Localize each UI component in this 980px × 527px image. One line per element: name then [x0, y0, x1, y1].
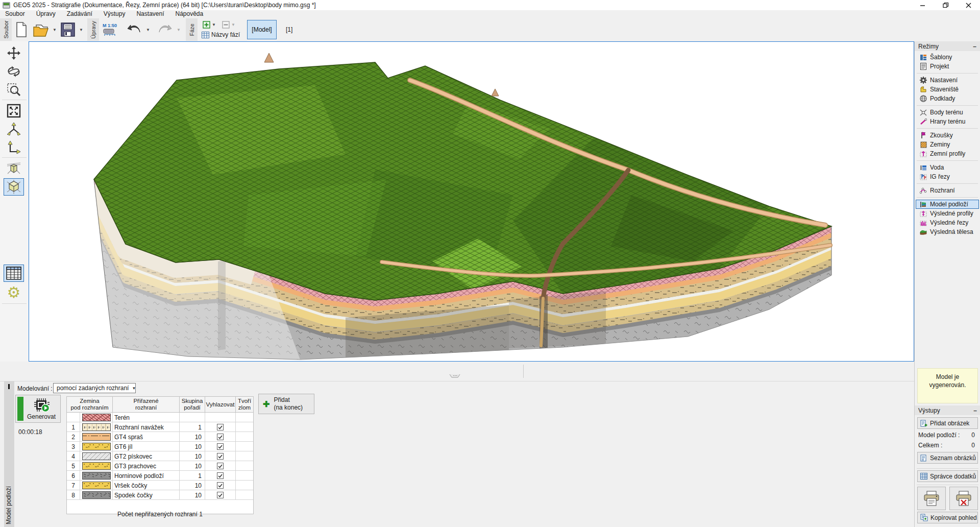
- table-row[interactable]: Terén: [67, 413, 253, 422]
- mode-zkousky[interactable]: Zkoušky: [916, 131, 979, 140]
- phase-1-button[interactable]: [1]: [286, 26, 292, 33]
- modelovani-select[interactable]: pomocí zadaných rozhraní ▼: [53, 383, 136, 393]
- minimize-button[interactable]: [911, 0, 934, 10]
- smooth-checkbox[interactable]: [217, 463, 224, 469]
- undo-button[interactable]: [124, 18, 145, 41]
- mode-zeminy[interactable]: Zeminy: [916, 140, 979, 149]
- row-number: 1: [67, 422, 80, 432]
- pan-button[interactable]: [4, 44, 24, 62]
- restore-button[interactable]: [934, 0, 957, 10]
- file-group-tab[interactable]: Soubor: [0, 18, 12, 41]
- menu-zadavani[interactable]: Zadávání: [61, 10, 98, 18]
- perspective-view-button[interactable]: [4, 160, 24, 177]
- fault-cell: [236, 422, 253, 432]
- mode-model-podlozi[interactable]: Model podloží: [916, 200, 979, 209]
- smooth-checkbox[interactable]: [217, 443, 224, 450]
- table-row[interactable]: 6Horninové podloží1: [67, 471, 253, 481]
- add-row-button[interactable]: ✚ Přidat (na konec): [258, 394, 314, 414]
- mode-nastaveni[interactable]: Nastavení: [916, 76, 979, 85]
- table-row[interactable]: 3GT6 jíl10: [67, 442, 253, 451]
- smooth-checkbox[interactable]: [217, 453, 224, 460]
- add-phase-dropdown[interactable]: ▼: [211, 22, 217, 27]
- edit-group-tab[interactable]: Úpravy: [87, 18, 99, 41]
- collapse-handle-icon[interactable]: [449, 374, 460, 378]
- mode-sablony[interactable]: Šablony: [916, 53, 979, 62]
- frame-grip[interactable]: [8, 384, 10, 389]
- mode-zemni-profily[interactable]: Zemní profily: [916, 149, 979, 158]
- addons-manager-button[interactable]: Správce dodatků: [917, 470, 978, 482]
- close-button[interactable]: [957, 0, 980, 10]
- menu-vystupy[interactable]: Výstupy: [98, 10, 131, 18]
- smooth-checkbox[interactable]: [217, 472, 224, 479]
- menu-soubor[interactable]: Soubor: [0, 10, 31, 18]
- open-file-button[interactable]: [30, 18, 52, 41]
- remove-phase-dropdown[interactable]: ▼: [230, 22, 236, 27]
- order-group-value: 1: [180, 471, 205, 481]
- menu-nastaveni[interactable]: Nastavení: [131, 10, 169, 18]
- settings-button[interactable]: ⚙: [4, 284, 24, 301]
- mode-body-terenu[interactable]: Body terénu: [916, 108, 979, 117]
- phase-group-tab[interactable]: Fáze: [186, 18, 198, 41]
- smooth-checkbox[interactable]: [217, 424, 224, 430]
- fault-cell: [236, 432, 253, 442]
- undo-dropdown[interactable]: ▼: [145, 18, 151, 41]
- axonometric-view-button[interactable]: [4, 178, 24, 196]
- redo-icon: [156, 23, 174, 36]
- mode-vysledna-telesa[interactable]: Výsledná tělesa: [916, 227, 979, 236]
- smooth-checkbox[interactable]: [217, 482, 224, 489]
- save-dropdown[interactable]: ▼: [78, 18, 84, 41]
- tables-button[interactable]: [4, 265, 24, 282]
- open-file-dropdown[interactable]: ▼: [52, 18, 58, 41]
- print-button[interactable]: [917, 487, 946, 510]
- save-button[interactable]: [58, 18, 78, 41]
- mode-podklady[interactable]: Podklady: [916, 94, 979, 103]
- smooth-checkbox[interactable]: [217, 492, 224, 498]
- orbit-button[interactable]: [4, 63, 24, 80]
- table-row[interactable]: 1Rozhraní navážek1: [67, 422, 253, 432]
- axes-2d-button[interactable]: [4, 139, 24, 156]
- bottom-frame-tab[interactable]: Model podloží: [4, 381, 14, 527]
- phase-names-button[interactable]: Názvy fází: [202, 30, 240, 40]
- mode-vysledne-profily[interactable]: Výsledné profily: [916, 209, 979, 218]
- mode-hrany-terenu[interactable]: Hrany terénu: [916, 117, 979, 126]
- generate-button[interactable]: Generovat: [15, 395, 61, 423]
- scale-button[interactable]: M 1:50: [100, 18, 119, 41]
- nastaveni-icon: [919, 77, 927, 84]
- table-row[interactable]: 2GT4 spraš10: [67, 432, 253, 442]
- add-picture-button[interactable]: Přidat obrázek: [917, 417, 978, 429]
- copy-view-button[interactable]: Kopírovat pohled: [917, 512, 978, 523]
- outputs-minimize-button[interactable]: –: [973, 407, 977, 414]
- redo-button[interactable]: [154, 18, 176, 41]
- generate-chip-icon: [33, 397, 51, 413]
- fit-view-button[interactable]: [4, 102, 24, 119]
- mode-staveniste[interactable]: Staveniště: [916, 85, 979, 94]
- soil-swatch: [80, 471, 113, 481]
- table-row[interactable]: 7Vršek čočky10: [67, 481, 253, 490]
- new-file-button[interactable]: [13, 18, 30, 41]
- mode-vysledne-rezy[interactable]: Výsledné řezy: [916, 218, 979, 227]
- smooth-checkbox[interactable]: [217, 434, 224, 440]
- model-3d-viewport[interactable]: [29, 41, 914, 362]
- order-group-value: 10: [180, 442, 205, 451]
- axes-3d-button[interactable]: [4, 121, 24, 138]
- save-icon: [60, 21, 76, 38]
- table-row[interactable]: 5GT3 prachovec10: [67, 461, 253, 471]
- mode-rozhrani[interactable]: Rozhraní: [916, 186, 979, 195]
- table-row[interactable]: 8Spodek čočky10: [67, 490, 253, 500]
- print-cancel-button[interactable]: [949, 487, 978, 510]
- remove-phase-button[interactable]: [221, 20, 230, 29]
- mode-ig-rezy[interactable]: IG řezy: [916, 172, 979, 181]
- mode-projekt[interactable]: Projekt: [916, 62, 979, 71]
- redo-dropdown[interactable]: ▼: [176, 18, 182, 41]
- zoom-window-button[interactable]: [4, 81, 24, 99]
- horizontal-splitter[interactable]: [0, 362, 914, 381]
- model-phase-button[interactable]: [Model]: [247, 20, 277, 39]
- modes-minimize-button[interactable]: –: [973, 43, 976, 50]
- column-header: Přiřazenérozhraní: [113, 397, 180, 412]
- mode-voda[interactable]: Voda: [916, 163, 979, 172]
- table-row[interactable]: 4GT2 pískovec10: [67, 451, 253, 461]
- add-phase-button[interactable]: [202, 20, 211, 29]
- menu-napoveda[interactable]: Nápověda: [169, 10, 209, 18]
- menu-upravy[interactable]: Úpravy: [31, 10, 61, 18]
- picture-list-button[interactable]: Seznam obrázků: [917, 452, 978, 464]
